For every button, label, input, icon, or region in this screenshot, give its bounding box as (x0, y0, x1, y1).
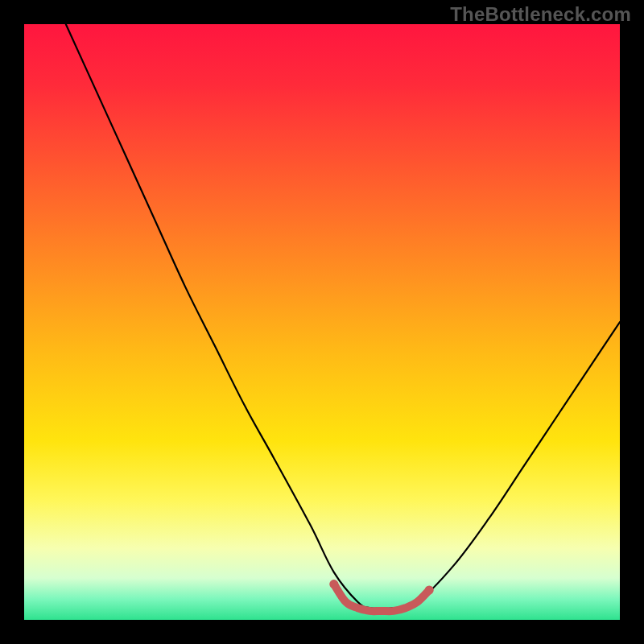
chart-container: TheBottleneck.com (0, 0, 644, 644)
valley-highlight (334, 584, 429, 612)
curve-layer (24, 24, 620, 620)
bottleneck-curve (66, 24, 620, 609)
valley-end-dot (425, 586, 434, 595)
watermark-text: TheBottleneck.com (450, 3, 631, 26)
valley-start-dot (329, 580, 338, 588)
plot-area (24, 24, 620, 620)
